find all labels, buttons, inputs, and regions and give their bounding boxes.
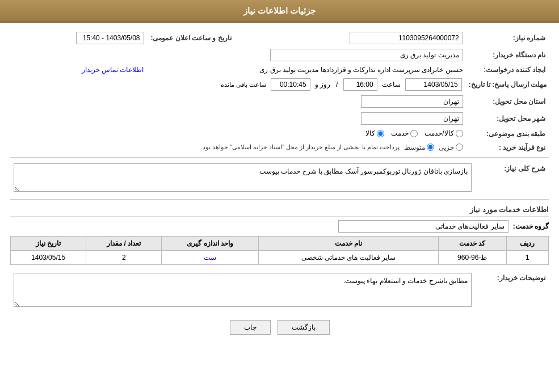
buyer-name-input[interactable] <box>270 49 463 61</box>
province-input[interactable] <box>361 95 463 108</box>
buyer-name-label: نام دستگاه خریدار: <box>466 47 549 64</box>
service-group-label: گروه خدمت: <box>513 222 549 230</box>
subject-kala-khedmat-option[interactable]: کالا/خدمت <box>424 129 463 137</box>
table-cell-code: ط-96-960 <box>438 250 506 264</box>
creator-value: حسین خانزادی سرپرست اداره تدارکات و قرار… <box>259 66 463 74</box>
process-label: نوع فرآیند خرید : <box>466 141 549 154</box>
deadline-remaining-label: ساعت باقی مانده <box>221 81 266 88</box>
subject-label: طبقه بندی موضوعی: <box>466 127 549 141</box>
col-header-date: تاریخ نیاز <box>11 236 86 250</box>
col-header-name: نام خدمت <box>258 236 438 250</box>
subject-kala-radio[interactable] <box>377 130 384 137</box>
services-table: ردیف کد خدمت نام خدمت واحد اندازه گیری ت… <box>10 236 549 265</box>
city-label: شهر محل تحویل: <box>466 110 549 127</box>
deadline-remaining-input[interactable] <box>271 78 310 91</box>
table-cell-unit: ست <box>162 250 259 264</box>
deadline-time-label: ساعت <box>382 81 401 88</box>
announce-input[interactable] <box>76 32 144 44</box>
announce-label: تاریخ و ساعت اعلان عمومی: <box>148 29 235 47</box>
deadline-days-value: 7 <box>335 81 339 88</box>
buyer-desc-textarea[interactable] <box>14 273 472 307</box>
back-button[interactable]: بازگشت <box>278 320 330 335</box>
creator-label: ایجاد کننده درخواست: <box>466 64 549 76</box>
process-jazii-option[interactable]: جزیی <box>439 144 463 151</box>
buttons-row: بازگشت چاپ <box>10 320 549 335</box>
page-header: جزئیات اطلاعات نیاز <box>0 0 559 23</box>
process-motavaset-radio[interactable] <box>427 144 434 151</box>
need-number-label: شماره نیاز: <box>466 29 549 47</box>
print-button[interactable]: چاپ <box>230 320 271 335</box>
deadline-time-input[interactable] <box>343 78 377 91</box>
need-desc-label: شرح کلی نیاز: <box>475 161 549 196</box>
subject-kala-khedmat-radio[interactable] <box>456 130 463 137</box>
process-motavaset-label: متوسط <box>404 144 425 151</box>
need-number-input[interactable] <box>350 32 463 44</box>
contact-link[interactable]: اطلاعات تماس خریدار <box>82 66 144 74</box>
deadline-label: مهلت ارسال پاسخ: تا تاریخ: <box>466 76 549 93</box>
process-desc: پرداخت تمام یا بخشی از مبلغ خریدار از مح… <box>201 144 400 151</box>
service-group-input[interactable] <box>338 220 508 233</box>
col-header-unit: واحد اندازه گیری <box>162 236 259 250</box>
process-jazii-radio[interactable] <box>456 144 463 151</box>
buyer-desc-label: توضیحات خریدار: <box>475 271 549 311</box>
deadline-date-input[interactable] <box>405 78 462 91</box>
table-cell-quantity: 2 <box>86 250 162 264</box>
subject-khedmat-radio[interactable] <box>410 130 418 137</box>
subject-kala-khedmat-label: کالا/خدمت <box>424 129 453 137</box>
table-row: 1ط-96-960سایر فعالیت های خدماتی شخصیست21… <box>11 250 549 264</box>
table-cell-name: سایر فعالیت های خدماتی شخصی <box>258 250 438 264</box>
city-input[interactable] <box>361 112 463 125</box>
col-header-code: کد خدمت <box>438 236 506 250</box>
subject-kala-option[interactable]: کالا <box>365 129 384 137</box>
process-motavaset-option[interactable]: متوسط <box>404 144 434 151</box>
need-desc-textarea[interactable] <box>14 163 472 192</box>
table-cell-date: 1403/05/15 <box>11 250 86 264</box>
col-header-qty: تعداد / مقدار <box>86 236 162 250</box>
table-cell-row: 1 <box>506 250 548 264</box>
subject-khedmat-label: خدمت <box>391 129 409 137</box>
col-header-row: ردیف <box>506 236 548 250</box>
process-jazii-label: جزیی <box>439 144 454 151</box>
services-section-title: اطلاعات خدمات مورد نیاز <box>10 205 549 217</box>
deadline-day-label: روز و <box>315 81 330 88</box>
subject-kala-label: کالا <box>365 129 375 137</box>
subject-khedmat-option[interactable]: خدمت <box>391 129 418 137</box>
province-label: استان محل تحویل: <box>466 93 549 110</box>
